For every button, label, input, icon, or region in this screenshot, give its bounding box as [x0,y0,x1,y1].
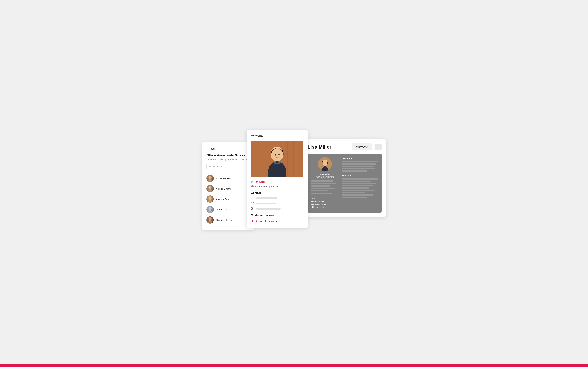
svg-rect-14 [251,202,254,204]
cv-detail-lines [311,180,339,195]
cv-name-text: Lisa Miller [320,173,330,175]
search-input[interactable] [207,164,250,169]
worker-avatar [207,175,214,182]
list-item[interactable]: Amanda Taan [207,194,250,204]
cv-skills-title: Skills [311,198,339,200]
cv-avatar [318,157,332,171]
star-icon: ☆ [251,180,253,183]
share-cv-button[interactable] [375,144,381,150]
workers-list-panel: ← Back Office Assistants Group 15 worker… [202,142,254,230]
cv-skill-1: Retail Assistant [311,201,339,202]
cv-skill-2: Picker and Packer [311,203,339,205]
back-label: Back [210,147,216,150]
svg-point-0 [208,176,212,179]
worker-name: Amanda Taan [216,198,230,200]
favourite-label: Favourite [254,180,265,183]
back-link[interactable]: ← Back [207,147,250,150]
people-icon [251,185,254,188]
rating-text: 3.8 out of 4 [268,220,280,223]
cv-skill-3: First aid trained [311,206,339,208]
svg-point-13 [252,199,252,200]
cv-header: Lisa Miller View CV > [307,143,381,150]
group-meta: 15 workers · Edited by Mike Harper 10 Oc… [207,158,250,161]
worker-avatar [207,185,214,192]
cv-about-me-label: About me [342,157,378,160]
person-photo-svg [259,141,295,177]
cv-left-column: Lisa Miller Warehouse Assistant Skills R… [311,157,339,209]
phone-icon [251,197,254,200]
worker-avatar [207,195,214,203]
worker-avatar [207,216,214,224]
panel-title: My worker [251,134,303,137]
reviews-title: Customer reviews [251,214,303,217]
star-4: ★ [264,219,267,223]
cv-right-column: About me Experience [342,157,378,209]
svg-point-11 [253,185,253,186]
svg-point-4 [208,217,212,221]
cv-btn-row: View CV > [352,143,381,150]
group-row: Warehouse Operatives [251,185,303,188]
cv-skills-section: Skills Retail Assistant Picker and Packe… [311,198,339,209]
phone-value [256,197,277,199]
cv-document: Lisa Miller Warehouse Assistant Skills R… [307,154,381,213]
worker-name: Alisha Roberts [216,177,231,180]
svg-point-8 [275,154,276,156]
svg-point-10 [251,185,252,186]
svg-point-15 [252,208,252,209]
location-icon [251,207,254,210]
contact-title: Contact [251,191,303,194]
worker-profile-panel: My worker [247,130,308,228]
list-item[interactable]: Nicolas Brunner [207,184,250,194]
cv-worker-name: Lisa Miller [307,144,331,150]
star-1: ★ [251,219,254,223]
svg-point-18 [322,160,327,166]
contact-email [251,202,303,205]
list-item[interactable]: Alisha Roberts [207,173,250,184]
cv-experience-section: Experience [342,174,378,198]
worker-avatar [207,206,214,213]
contact-location [251,207,303,210]
main-scene: ← Back Office Assistants Group 15 worker… [202,130,386,237]
reviews-section: Customer reviews ★ ★ ★ ★ 3.8 out of 4 [251,214,303,223]
list-item[interactable]: Thomas Marena [207,215,250,225]
svg-point-2 [208,197,212,200]
group-label: Warehouse Operatives [255,185,278,188]
email-icon [251,202,254,205]
contact-phone [251,197,303,200]
svg-point-7 [271,148,283,161]
cv-panel: Lisa Miller View CV > Lisa Miller [303,139,386,217]
favourite-row: ☆ Favourite [251,180,303,183]
location-value [256,208,281,210]
group-title: Office Assistants Group [207,153,250,157]
email-value [256,203,276,204]
list-item[interactable]: Lorena Ott [207,204,250,215]
worker-name: Lorena Ott [216,208,227,211]
view-cv-button[interactable]: View CV > [352,143,372,150]
cv-role-text: Warehouse Assistant [316,176,334,178]
cv-experience-label: Experience [342,174,378,177]
profile-photo [251,141,303,177]
back-arrow-icon: ← [207,147,209,150]
star-2: ★ [255,219,259,223]
star-3: ★ [259,219,263,223]
svg-point-1 [208,186,212,190]
stars-row: ★ ★ ★ ★ 3.8 out of 4 [251,219,303,223]
worker-name: Thomas Marena [216,219,233,221]
svg-point-3 [208,207,212,210]
svg-point-9 [278,154,280,156]
worker-name: Nicolas Brunner [216,187,232,190]
worker-list: Alisha Roberts Nicolas Brunner [207,173,250,225]
